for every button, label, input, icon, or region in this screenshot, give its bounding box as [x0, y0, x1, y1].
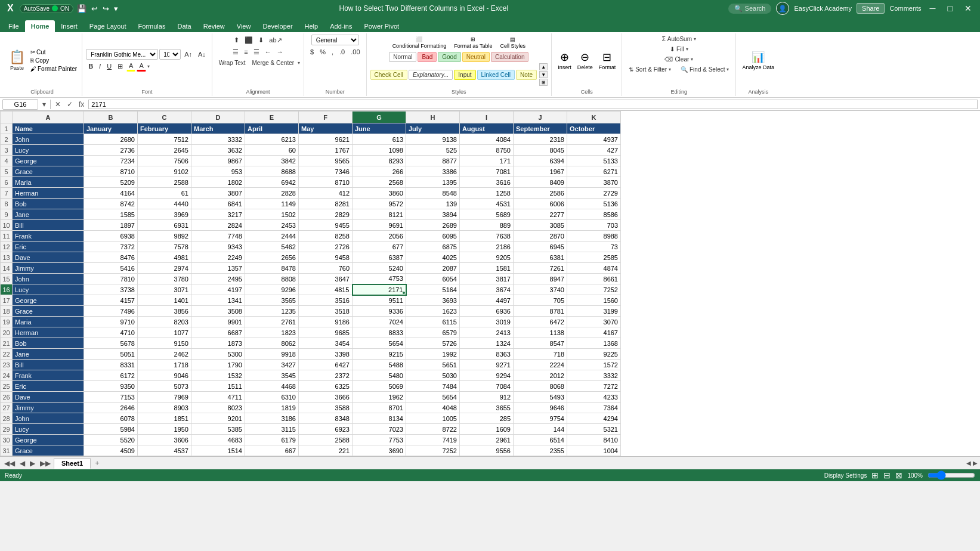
cell-F24[interactable]: 2372 — [299, 370, 353, 381]
cell-K25[interactable]: 7272 — [567, 381, 621, 392]
col-header-K[interactable]: K — [567, 112, 621, 123]
cell-E31[interactable]: 667 — [245, 445, 299, 456]
col-header-C[interactable]: C — [138, 112, 191, 123]
cell-K23[interactable]: 1572 — [567, 360, 621, 370]
cell-F23[interactable]: 6427 — [299, 360, 353, 370]
cell-C20[interactable]: 1077 — [138, 327, 191, 338]
cell-C21[interactable]: 9150 — [138, 338, 191, 349]
cell-J11[interactable]: 2870 — [514, 231, 567, 242]
cell-D26[interactable]: 4711 — [191, 392, 245, 403]
cell-D19[interactable]: 9901 — [191, 317, 245, 327]
cell-I24[interactable]: 9294 — [460, 370, 514, 381]
cell-C31[interactable]: 4537 — [138, 445, 191, 456]
cell-E17[interactable]: 3565 — [245, 295, 299, 306]
cell-C12[interactable]: 7578 — [138, 242, 191, 252]
fill-button[interactable]: ⬇ Fill ▾ — [667, 45, 691, 54]
cell-I18[interactable]: 6936 — [460, 306, 514, 317]
cell-J30[interactable]: 6514 — [514, 435, 567, 445]
cell-C13[interactable]: 4981 — [138, 252, 191, 263]
cell-F20[interactable]: 9685 — [299, 327, 353, 338]
cell-F1[interactable]: May — [299, 123, 353, 134]
border-button[interactable]: ⊞ — [115, 61, 125, 72]
cell-J12[interactable]: 6945 — [514, 242, 567, 252]
cell-I30[interactable]: 2961 — [460, 435, 514, 445]
wrap-text-button[interactable]: Wrap Text — [216, 58, 249, 67]
cell-B5[interactable]: 8710 — [84, 166, 138, 177]
sheet-nav-last[interactable]: ▶▶ — [38, 459, 52, 468]
cell-H16[interactable]: 5164 — [406, 284, 460, 295]
formula-input[interactable] — [88, 100, 978, 109]
cell-J24[interactable]: 2012 — [514, 370, 567, 381]
cell-F8[interactable]: 8281 — [299, 199, 353, 209]
cell-J23[interactable]: 2224 — [514, 360, 567, 370]
tab-formulas[interactable]: Formulas — [132, 20, 172, 32]
orientation-button[interactable]: ab↗ — [267, 35, 284, 45]
cell-I10[interactable]: 889 — [460, 220, 514, 231]
cell-G27[interactable]: 8701 — [353, 403, 406, 413]
cell-D7[interactable]: 3807 — [191, 188, 245, 199]
cell-J26[interactable]: 5493 — [514, 392, 567, 403]
cell-E22[interactable]: 9918 — [245, 349, 299, 360]
minimize-button[interactable]: ─ — [926, 4, 939, 13]
cell-F25[interactable]: 6325 — [299, 381, 353, 392]
cell-B15[interactable]: 7810 — [84, 274, 138, 284]
cell-A17[interactable]: George — [13, 295, 84, 306]
cell-D14[interactable]: 1357 — [191, 263, 245, 274]
cell-B23[interactable]: 8331 — [84, 360, 138, 370]
cell-B13[interactable]: 8476 — [84, 252, 138, 263]
cell-G24[interactable]: 5480 — [353, 370, 406, 381]
cell-B28[interactable]: 6078 — [84, 413, 138, 424]
copy-button[interactable]: ⎘ Copy — [29, 57, 78, 64]
cell-A30[interactable]: George — [13, 435, 84, 445]
cell-I29[interactable]: 1609 — [460, 424, 514, 435]
cell-I23[interactable]: 9271 — [460, 360, 514, 370]
cell-C11[interactable]: 9892 — [138, 231, 191, 242]
insert-function-button[interactable]: fx — [77, 100, 86, 109]
cell-D6[interactable]: 1802 — [191, 177, 245, 188]
cell-K16[interactable]: 7252 — [567, 284, 621, 295]
tab-data[interactable]: Data — [171, 20, 197, 32]
cell-D24[interactable]: 1532 — [191, 370, 245, 381]
cell-I25[interactable]: 7084 — [460, 381, 514, 392]
cell-D8[interactable]: 6841 — [191, 199, 245, 209]
font-size-select[interactable]: 10 — [159, 49, 181, 60]
cell-I17[interactable]: 4497 — [460, 295, 514, 306]
cell-B24[interactable]: 6172 — [84, 370, 138, 381]
tab-view[interactable]: View — [231, 20, 257, 32]
cell-B31[interactable]: 4509 — [84, 445, 138, 456]
style-check-cell[interactable]: Check Cell — [370, 70, 407, 80]
cell-H19[interactable]: 6115 — [406, 317, 460, 327]
cell-J28[interactable]: 9754 — [514, 413, 567, 424]
style-linked-cell[interactable]: Linked Cell — [477, 70, 515, 80]
cell-I12[interactable]: 2186 — [460, 242, 514, 252]
cell-G2[interactable]: 613 — [353, 134, 406, 145]
cell-J27[interactable]: 9646 — [514, 403, 567, 413]
cell-A19[interactable]: Maria — [13, 317, 84, 327]
cell-A4[interactable]: George — [13, 156, 84, 166]
tab-add-ins[interactable]: Add-ins — [324, 20, 358, 32]
cell-C24[interactable]: 9046 — [138, 370, 191, 381]
cell-J2[interactable]: 2318 — [514, 134, 567, 145]
col-header-H[interactable]: H — [406, 112, 460, 123]
cell-H31[interactable]: 7252 — [406, 445, 460, 456]
cell-A31[interactable]: Grace — [13, 445, 84, 456]
increase-decimal-button[interactable]: .00 — [348, 47, 362, 57]
cell-K20[interactable]: 4167 — [567, 327, 621, 338]
autosum-button[interactable]: Σ AutoSum ▾ — [659, 35, 699, 44]
cell-B1[interactable]: January — [84, 123, 138, 134]
col-header-G[interactable]: G — [353, 112, 406, 123]
cell-K30[interactable]: 8410 — [567, 435, 621, 445]
cell-J25[interactable]: 8068 — [514, 381, 567, 392]
cell-F9[interactable]: 2829 — [299, 209, 353, 220]
cell-D29[interactable]: 5385 — [191, 424, 245, 435]
cell-B19[interactable]: 9710 — [84, 317, 138, 327]
cell-G18[interactable]: 9336 — [353, 306, 406, 317]
cell-F31[interactable]: 221 — [299, 445, 353, 456]
cell-H6[interactable]: 1395 — [406, 177, 460, 188]
align-right-button[interactable]: ☰ — [251, 47, 262, 57]
cell-B10[interactable]: 1897 — [84, 220, 138, 231]
cell-F14[interactable]: 760 — [299, 263, 353, 274]
cell-K14[interactable]: 4874 — [567, 263, 621, 274]
clear-dropdown[interactable]: ▾ — [691, 57, 693, 62]
cell-C25[interactable]: 5073 — [138, 381, 191, 392]
